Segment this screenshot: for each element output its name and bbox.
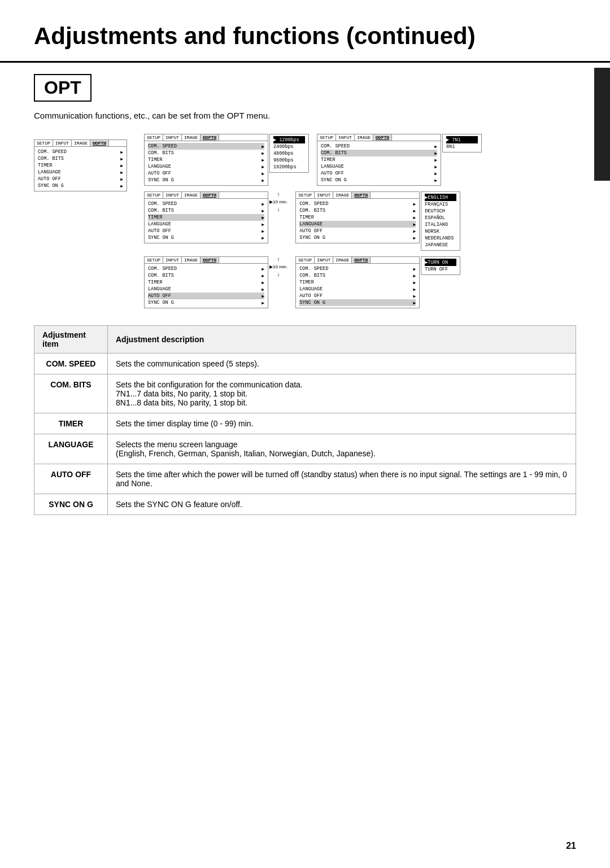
table-row: SYNC ON G Sets the SYNC ON G feature on/… [34,494,576,515]
desc-sync: Sets the SYNC ON G feature on/off. [108,494,576,515]
language-popup: ▶ENGLISH FRANÇAIS DEUTSCH ESPAÑOL ITALIA… [421,191,460,251]
diagram-com-speed: SETUP INPUT IMAGE ⊠OPT⊠ COM. SPEED▶ COM.… [144,134,309,186]
table-row: AUTO OFF Sets the time after which the p… [34,464,576,494]
tab-input: INPUT [53,140,72,146]
right-diagrams: SETUP INPUT IMAGE ⊠OPT⊠ COM. SPEED▶ COM.… [144,134,482,308]
col-header-desc: Adjustment description [108,326,576,354]
diagram-timer: SETUP INPUT IMAGE ⊠OPT⊠ COM. SPEED▶ COM.… [144,191,287,251]
item-sync: SYNC ON G [34,494,108,515]
tab-setup: SETUP [34,140,53,146]
diagram-auto-off: SETUP INPUT IMAGE ⊠OPT⊠ COM. SPEED▶ COM.… [144,256,287,308]
auto-off-popup: ↑ ▶10 min. ↓ [269,256,287,277]
diagrams-section: SETUP INPUT IMAGE ⊠OPT⊠ COM. SPEED▶ COM.… [34,134,576,308]
desc-timer: Sets the timer display time (0 - 99) min… [108,413,576,434]
com-speed-popup: ▶ 1200bps 2400bps 4800bps 9600bps 19200b… [269,134,309,173]
desc-com-speed: Sets the communication speed (5 steps). [108,354,576,374]
item-auto-off: AUTO OFF [34,464,108,494]
opt-box: OPT [34,74,91,102]
menu-item-auto-off: AUTO OFF▶ [38,176,123,182]
desc-language: Selects the menu screen language (Englis… [108,434,576,464]
page-number: 21 [566,841,576,851]
menu-item-sync: SYNC ON G▶ [38,182,123,189]
table-row: COM. SPEED Sets the communication speed … [34,354,576,374]
item-com-speed: COM. SPEED [34,354,108,374]
diagrams-row-2: SETUP INPUT IMAGE ⊠OPT⊠ COM. SPEED▶ COM.… [144,191,482,251]
timer-popup: ↑ ▶10 min. ↓ [269,191,287,212]
page-header: Adjustments and functions (continued) [0,0,610,63]
main-menu-items: COM. SPEED▶ COM. BITS▶ TIMER▶ LANGUAGE▶ … [34,147,127,191]
diagrams-row-1: SETUP INPUT IMAGE ⊠OPT⊠ COM. SPEED▶ COM.… [144,134,482,186]
diagram-sync: SETUP INPUT IMAGE ⊠OPT⊠ COM. SPEED▶ COM.… [295,256,460,308]
menu-item-language: LANGUAGE▶ [38,169,123,176]
tab-image: IMAGE [72,140,90,146]
table-row: TIMER Sets the timer display time (0 - 9… [34,413,576,434]
side-tab [594,68,610,181]
table-row: LANGUAGE Selects the menu screen languag… [34,434,576,464]
com-bits-popup: ▶ 7N1 8N1 [442,134,482,152]
sync-popup: ▶TURN ON TURN OFF [421,256,460,275]
diagram-language: SETUP INPUT IMAGE ⊠OPT⊠ COM. SPEED▶ COM.… [295,191,460,251]
menu-item-com-bits: COM. BITS▶ [38,155,123,162]
tab-opt: ⊠OPT⊠ [90,140,109,146]
intro-text: Communication functions, etc., can be se… [34,111,576,120]
table-row: COM. BITS Sets the bit configuration for… [34,374,576,413]
diagrams-row-3: SETUP INPUT IMAGE ⊠OPT⊠ COM. SPEED▶ COM.… [144,256,482,308]
desc-auto-off: Sets the time after which the power will… [108,464,576,494]
menu-item-com-speed: COM. SPEED▶ [38,149,123,155]
col-header-item: Adjustment item [34,326,108,354]
page-title: Adjustments and functions (continued) [34,23,576,50]
main-menu-diagram: SETUP INPUT IMAGE ⊠OPT⊠ COM. SPEED▶ COM.… [34,139,127,191]
item-com-bits: COM. BITS [34,374,108,413]
item-timer: TIMER [34,413,108,434]
diagram-com-bits: SETUP INPUT IMAGE ⊠OPT⊠ COM. SPEED▶ COM.… [317,134,482,186]
opt-label: OPT [44,77,81,98]
item-language: LANGUAGE [34,434,108,464]
cs-tabs: SETUP INPUT IMAGE ⊠OPT⊠ [145,134,268,141]
menu-item-timer: TIMER▶ [38,162,123,169]
main-menu-tabs: SETUP INPUT IMAGE ⊠OPT⊠ [34,140,127,147]
desc-com-bits: Sets the bit configuration for the commu… [108,374,576,413]
content-area: OPT Communication functions, etc., can b… [0,74,610,515]
adjustment-table: Adjustment item Adjustment description C… [34,325,576,515]
